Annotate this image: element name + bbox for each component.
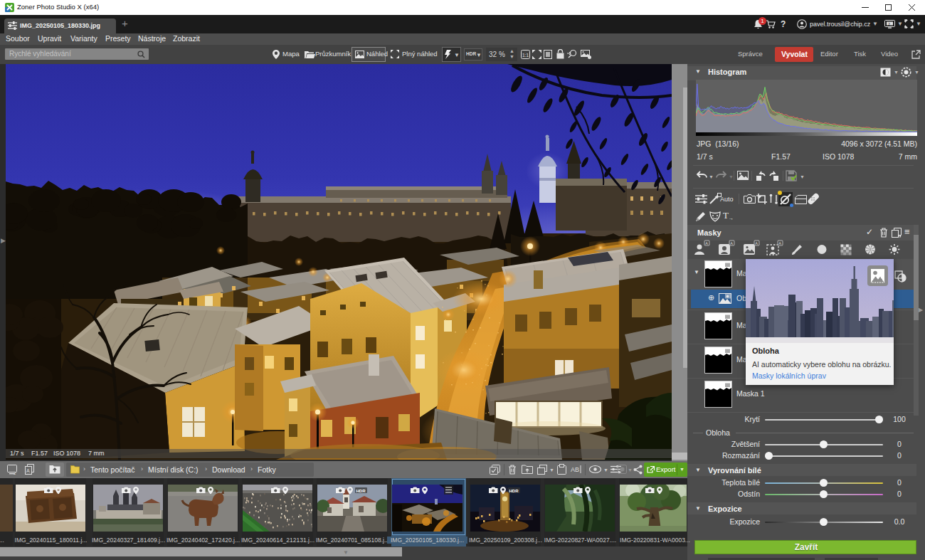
svg-text:1:1: 1:1 (522, 53, 529, 58)
svg-text:HDR: HDR (509, 489, 519, 493)
svg-text:A: A (755, 241, 758, 245)
svg-text:HDR: HDR (356, 489, 366, 493)
svg-text:2: 2 (888, 22, 890, 26)
svg-text:A: A (26, 468, 30, 473)
svg-text:A: A (730, 241, 733, 245)
svg-text:2: 2 (14, 471, 16, 475)
svg-text:A: A (778, 241, 781, 245)
svg-text:A: A (705, 241, 708, 245)
svg-text:AB: AB (571, 466, 579, 473)
